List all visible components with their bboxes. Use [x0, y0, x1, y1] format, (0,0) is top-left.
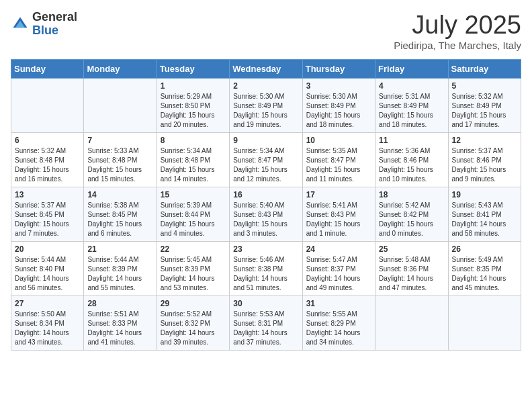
day-number: 20	[15, 244, 80, 254]
calendar-cell: 1Sunrise: 5:29 AM Sunset: 8:50 PM Daylig…	[157, 79, 229, 133]
day-of-week-header: Saturday	[448, 60, 521, 79]
cell-info: Sunrise: 5:47 AM Sunset: 8:37 PM Dayligh…	[306, 255, 371, 293]
calendar-week-row: 13Sunrise: 5:37 AM Sunset: 8:45 PM Dayli…	[11, 187, 521, 242]
cell-info: Sunrise: 5:34 AM Sunset: 8:48 PM Dayligh…	[161, 146, 226, 184]
logo-blue: Blue	[32, 24, 58, 37]
day-number: 5	[452, 81, 517, 91]
logo-icon	[11, 15, 30, 34]
day-number: 18	[379, 190, 444, 199]
calendar-cell: 29Sunrise: 5:52 AM Sunset: 8:32 PM Dayli…	[157, 296, 229, 351]
day-number: 15	[161, 190, 226, 199]
cell-info: Sunrise: 5:50 AM Sunset: 8:34 PM Dayligh…	[15, 310, 80, 347]
page-header: General Blue July 2025 Piediripa, The Ma…	[11, 11, 521, 51]
logo-text: General Blue	[32, 11, 77, 38]
day-number: 9	[233, 136, 298, 145]
cell-info: Sunrise: 5:52 AM Sunset: 8:32 PM Dayligh…	[161, 310, 226, 347]
calendar-cell: 17Sunrise: 5:41 AM Sunset: 8:43 PM Dayli…	[302, 187, 375, 242]
cell-info: Sunrise: 5:49 AM Sunset: 8:35 PM Dayligh…	[452, 255, 517, 293]
calendar-week-row: 1Sunrise: 5:29 AM Sunset: 8:50 PM Daylig…	[11, 79, 521, 133]
cell-info: Sunrise: 5:36 AM Sunset: 8:46 PM Dayligh…	[379, 146, 444, 184]
cell-info: Sunrise: 5:29 AM Sunset: 8:50 PM Dayligh…	[161, 92, 226, 130]
cell-info: Sunrise: 5:53 AM Sunset: 8:31 PM Dayligh…	[233, 310, 298, 347]
cell-info: Sunrise: 5:37 AM Sunset: 8:45 PM Dayligh…	[15, 201, 80, 238]
day-of-week-header: Sunday	[11, 60, 84, 79]
cell-info: Sunrise: 5:39 AM Sunset: 8:44 PM Dayligh…	[161, 201, 226, 238]
day-number: 19	[452, 190, 517, 199]
day-number: 16	[233, 190, 298, 199]
calendar-header-row: SundayMondayTuesdayWednesdayThursdayFrid…	[11, 60, 521, 79]
cell-info: Sunrise: 5:55 AM Sunset: 8:29 PM Dayligh…	[306, 310, 371, 347]
calendar-cell: 9Sunrise: 5:34 AM Sunset: 8:47 PM Daylig…	[230, 133, 302, 187]
cell-info: Sunrise: 5:45 AM Sunset: 8:39 PM Dayligh…	[161, 255, 226, 293]
calendar-table: SundayMondayTuesdayWednesdayThursdayFrid…	[11, 59, 521, 351]
day-number: 27	[15, 299, 80, 308]
day-number: 23	[233, 244, 298, 254]
calendar-cell: 22Sunrise: 5:45 AM Sunset: 8:39 PM Dayli…	[157, 242, 229, 296]
day-number: 28	[87, 299, 152, 308]
day-of-week-header: Friday	[375, 60, 448, 79]
calendar-week-row: 27Sunrise: 5:50 AM Sunset: 8:34 PM Dayli…	[11, 296, 521, 351]
day-number: 21	[87, 244, 152, 254]
cell-info: Sunrise: 5:44 AM Sunset: 8:39 PM Dayligh…	[87, 255, 152, 293]
cell-info: Sunrise: 5:43 AM Sunset: 8:41 PM Dayligh…	[452, 201, 517, 238]
cell-info: Sunrise: 5:30 AM Sunset: 8:49 PM Dayligh…	[233, 92, 298, 130]
logo-general: General	[32, 10, 77, 24]
calendar-week-row: 6Sunrise: 5:32 AM Sunset: 8:48 PM Daylig…	[11, 133, 521, 187]
calendar-cell: 24Sunrise: 5:47 AM Sunset: 8:37 PM Dayli…	[302, 242, 375, 296]
calendar-cell: 26Sunrise: 5:49 AM Sunset: 8:35 PM Dayli…	[448, 242, 521, 296]
calendar-week-row: 20Sunrise: 5:44 AM Sunset: 8:40 PM Dayli…	[11, 242, 521, 296]
day-number: 29	[161, 299, 226, 308]
month-title: July 2025	[394, 11, 521, 40]
day-of-week-header: Thursday	[302, 60, 375, 79]
calendar-cell: 20Sunrise: 5:44 AM Sunset: 8:40 PM Dayli…	[11, 242, 84, 296]
calendar-cell: 8Sunrise: 5:34 AM Sunset: 8:48 PM Daylig…	[157, 133, 229, 187]
day-number: 11	[379, 136, 444, 145]
calendar-cell: 31Sunrise: 5:55 AM Sunset: 8:29 PM Dayli…	[302, 296, 375, 351]
calendar-cell: 23Sunrise: 5:46 AM Sunset: 8:38 PM Dayli…	[230, 242, 302, 296]
calendar-cell: 13Sunrise: 5:37 AM Sunset: 8:45 PM Dayli…	[11, 187, 84, 242]
day-of-week-header: Tuesday	[157, 60, 229, 79]
calendar-cell: 7Sunrise: 5:33 AM Sunset: 8:48 PM Daylig…	[84, 133, 157, 187]
calendar-cell: 5Sunrise: 5:32 AM Sunset: 8:49 PM Daylig…	[448, 79, 521, 133]
calendar-cell: 18Sunrise: 5:42 AM Sunset: 8:42 PM Dayli…	[375, 187, 448, 242]
calendar-cell: 3Sunrise: 5:30 AM Sunset: 8:49 PM Daylig…	[302, 79, 375, 133]
calendar-cell: 16Sunrise: 5:40 AM Sunset: 8:43 PM Dayli…	[230, 187, 302, 242]
calendar-cell	[84, 79, 157, 133]
calendar-cell: 14Sunrise: 5:38 AM Sunset: 8:45 PM Dayli…	[84, 187, 157, 242]
cell-info: Sunrise: 5:51 AM Sunset: 8:33 PM Dayligh…	[87, 310, 152, 347]
cell-info: Sunrise: 5:41 AM Sunset: 8:43 PM Dayligh…	[306, 201, 371, 238]
calendar-cell: 4Sunrise: 5:31 AM Sunset: 8:49 PM Daylig…	[375, 79, 448, 133]
day-number: 31	[306, 299, 371, 308]
cell-info: Sunrise: 5:35 AM Sunset: 8:47 PM Dayligh…	[306, 146, 371, 184]
calendar-cell: 6Sunrise: 5:32 AM Sunset: 8:48 PM Daylig…	[11, 133, 84, 187]
day-number: 26	[452, 244, 517, 254]
cell-info: Sunrise: 5:48 AM Sunset: 8:36 PM Dayligh…	[379, 255, 444, 293]
cell-info: Sunrise: 5:42 AM Sunset: 8:42 PM Dayligh…	[379, 201, 444, 238]
day-number: 17	[306, 190, 371, 199]
day-number: 13	[15, 190, 80, 199]
calendar-cell: 2Sunrise: 5:30 AM Sunset: 8:49 PM Daylig…	[230, 79, 302, 133]
location-title: Piediripa, The Marches, Italy	[394, 40, 521, 51]
day-number: 6	[15, 136, 80, 145]
cell-info: Sunrise: 5:32 AM Sunset: 8:48 PM Dayligh…	[15, 146, 80, 184]
calendar-cell	[375, 296, 448, 351]
calendar-cell: 15Sunrise: 5:39 AM Sunset: 8:44 PM Dayli…	[157, 187, 229, 242]
day-number: 3	[306, 81, 371, 91]
calendar-cell: 21Sunrise: 5:44 AM Sunset: 8:39 PM Dayli…	[84, 242, 157, 296]
cell-info: Sunrise: 5:44 AM Sunset: 8:40 PM Dayligh…	[15, 255, 80, 293]
day-number: 14	[87, 190, 152, 199]
day-number: 7	[87, 136, 152, 145]
cell-info: Sunrise: 5:32 AM Sunset: 8:49 PM Dayligh…	[452, 92, 517, 130]
day-number: 4	[379, 81, 444, 91]
cell-info: Sunrise: 5:33 AM Sunset: 8:48 PM Dayligh…	[87, 146, 152, 184]
day-number: 24	[306, 244, 371, 254]
calendar-cell: 28Sunrise: 5:51 AM Sunset: 8:33 PM Dayli…	[84, 296, 157, 351]
logo: General Blue	[11, 11, 77, 38]
cell-info: Sunrise: 5:40 AM Sunset: 8:43 PM Dayligh…	[233, 201, 298, 238]
day-number: 10	[306, 136, 371, 145]
day-number: 2	[233, 81, 298, 91]
day-number: 12	[452, 136, 517, 145]
calendar-cell: 25Sunrise: 5:48 AM Sunset: 8:36 PM Dayli…	[375, 242, 448, 296]
day-of-week-header: Wednesday	[230, 60, 302, 79]
cell-info: Sunrise: 5:34 AM Sunset: 8:47 PM Dayligh…	[233, 146, 298, 184]
